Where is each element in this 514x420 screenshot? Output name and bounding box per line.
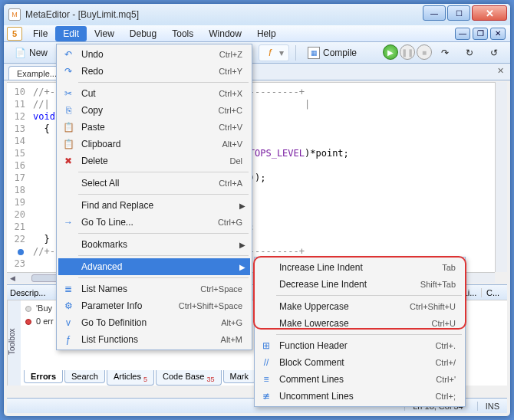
toolbox-side-label[interactable]: Toolbox bbox=[7, 300, 21, 386]
step-into-button[interactable]: ↷ bbox=[433, 44, 456, 61]
menu-item-go-to-definition[interactable]: vGo To DefinitionAlt+G bbox=[58, 314, 250, 331]
bookmarks-icon bbox=[61, 238, 75, 251]
new-icon: 📄 bbox=[14, 47, 26, 59]
menu-item-parameter-info[interactable]: ⚙Parameter InfoCtrl+Shift+Space bbox=[58, 297, 250, 314]
menu-item-block-comment[interactable]: //Block CommentCtrl+/ bbox=[256, 354, 463, 371]
window-title: MetaEditor - [BuyLimit.mq5] bbox=[25, 9, 139, 20]
menu-item-paste[interactable]: 📋PasteCtrl+V bbox=[58, 119, 250, 136]
menu-view[interactable]: View bbox=[87, 26, 122, 41]
find-and-replace-icon bbox=[61, 199, 75, 212]
compile-icon: ▦ bbox=[308, 47, 320, 59]
info-dot-icon bbox=[25, 306, 31, 312]
line-gutter: 1011121314151617181920212223 bbox=[7, 83, 28, 272]
maximize-button[interactable]: ☐ bbox=[447, 5, 470, 21]
menu-item-delete[interactable]: ✖DeleteDel bbox=[58, 153, 250, 169]
step-out-icon: ↺ bbox=[488, 47, 500, 59]
menu-item-make-lowercase[interactable]: Make LowercaseCtrl+U bbox=[256, 315, 463, 332]
step-out-button[interactable]: ↺ bbox=[483, 44, 506, 61]
parameter-info-icon: ⚙ bbox=[61, 299, 75, 313]
redo-icon: ↷ bbox=[61, 64, 75, 78]
stop-button[interactable]: ■ bbox=[417, 44, 432, 60]
menubar: 5 FileEditViewDebugToolsWindowHelp — ❐ ✕ bbox=[4, 25, 510, 42]
tab-close-icon[interactable]: ✕ bbox=[495, 66, 506, 77]
menu-item-redo[interactable]: ↷RedoCtrl+Y bbox=[58, 63, 250, 80]
compile-button[interactable]: ▦Compile bbox=[302, 44, 362, 61]
submenu-arrow-icon: ▶ bbox=[239, 263, 245, 271]
error-dot-icon bbox=[25, 319, 31, 325]
advanced-icon bbox=[61, 260, 75, 274]
app-window: M MetaEditor - [BuyLimit.mq5] — ☐ ✕ 5 Fi… bbox=[3, 3, 511, 417]
new-button[interactable]: 📄New bbox=[8, 44, 53, 61]
increase-line-indent-icon bbox=[259, 261, 273, 274]
menu-edit[interactable]: Edit bbox=[55, 26, 87, 41]
menu-item-uncomment-lines[interactable]: ≢Uncomment LinesCtrl+; bbox=[256, 388, 463, 405]
vertical-scrollbar[interactable] bbox=[495, 82, 507, 272]
list-functions-icon: ƒ bbox=[61, 333, 75, 346]
menu-item-copy[interactable]: ⎘CopyCtrl+C bbox=[58, 102, 250, 119]
toolbox-tab-code-base[interactable]: Code Base 35 bbox=[156, 370, 222, 386]
menu-item-decrease-line-indent[interactable]: Decrease Line IndentShift+Tab bbox=[256, 276, 463, 293]
make-lowercase-icon bbox=[259, 317, 273, 330]
decrease-line-indent-icon bbox=[259, 277, 273, 291]
copy-icon: ⎘ bbox=[61, 103, 75, 117]
menu-item-comment-lines[interactable]: ≡Comment LinesCtrl+' bbox=[256, 371, 463, 388]
menu-help[interactable]: Help bbox=[249, 26, 284, 41]
scroll-left-icon[interactable]: ◀ bbox=[7, 274, 18, 283]
logo-icon: 5 bbox=[7, 27, 22, 41]
toolbox-col-column[interactable]: C... bbox=[481, 288, 504, 297]
menu-item-select-all[interactable]: Select AllCtrl+A bbox=[58, 175, 250, 192]
undo-icon: ↶ bbox=[61, 48, 75, 61]
toolbox-tab-errors[interactable]: Errors bbox=[24, 370, 63, 383]
menu-window[interactable]: Window bbox=[201, 26, 249, 41]
menu-item-undo[interactable]: ↶UndoCtrl+Z bbox=[58, 46, 250, 63]
function-header-icon: ⊞ bbox=[259, 339, 273, 353]
mdi-minimize-button[interactable]: — bbox=[455, 28, 470, 40]
uncomment-lines-icon: ≢ bbox=[259, 389, 273, 403]
fx-button[interactable]: f▾ bbox=[259, 44, 289, 61]
menu-tools[interactable]: Tools bbox=[164, 26, 201, 41]
menu-item-advanced[interactable]: Advanced▶ bbox=[58, 258, 250, 275]
delete-icon: ✖ bbox=[61, 154, 75, 168]
list-names-icon: ≣ bbox=[61, 282, 75, 296]
toolbox-tab-search[interactable]: Search bbox=[64, 370, 105, 383]
run-button[interactable]: ▶ bbox=[383, 44, 398, 60]
titlebar: M MetaEditor - [BuyLimit.mq5] — ☐ ✕ bbox=[4, 4, 510, 25]
menu-item-bookmarks[interactable]: Bookmarks▶ bbox=[58, 236, 250, 253]
submenu-arrow-icon: ▶ bbox=[239, 202, 245, 210]
app-icon: M bbox=[8, 8, 21, 21]
mdi-restore-button[interactable]: ❐ bbox=[473, 28, 488, 40]
step-over-button[interactable]: ↻ bbox=[458, 44, 481, 61]
advanced-submenu: Increase Line IndentTabDecrease Line Ind… bbox=[254, 257, 466, 407]
menu-item-function-header[interactable]: ⊞Function HeaderCtrl+. bbox=[256, 337, 463, 354]
menu-item-make-uppercase[interactable]: Make UppercaseCtrl+Shift+U bbox=[256, 298, 463, 315]
go-to-line--icon: → bbox=[61, 215, 75, 229]
pause-button[interactable]: ❚❚ bbox=[400, 44, 415, 60]
toolbox-tab-articles[interactable]: Articles 5 bbox=[107, 370, 154, 386]
go-to-definition-icon: v bbox=[61, 316, 75, 330]
step-over-icon: ↻ bbox=[463, 47, 476, 59]
close-button[interactable]: ✕ bbox=[472, 5, 507, 21]
menu-item-find-and-replace[interactable]: Find and Replace▶ bbox=[58, 197, 250, 214]
fx-icon: f bbox=[264, 47, 276, 59]
select-all-icon bbox=[61, 176, 75, 190]
paste-icon: 📋 bbox=[61, 120, 75, 134]
menu-item-cut[interactable]: ✂CutCtrl+X bbox=[58, 85, 250, 102]
step-into-icon: ↷ bbox=[439, 47, 451, 59]
make-uppercase-icon bbox=[259, 300, 273, 313]
menu-item-list-names[interactable]: ≣List NamesCtrl+Space bbox=[58, 281, 250, 297]
block-comment-icon: // bbox=[259, 356, 273, 369]
toolbox-tab-mark[interactable]: Mark bbox=[223, 370, 255, 383]
menu-item-increase-line-indent[interactable]: Increase Line IndentTab bbox=[256, 259, 463, 276]
minimize-button[interactable]: — bbox=[423, 5, 446, 21]
edit-menu: ↶UndoCtrl+Z↷RedoCtrl+Y✂CutCtrl+X⎘CopyCtr… bbox=[56, 44, 252, 350]
cut-icon: ✂ bbox=[61, 87, 75, 100]
menu-item-go-to-line-[interactable]: →Go To Line...Ctrl+G bbox=[58, 214, 250, 231]
submenu-arrow-icon: ▶ bbox=[239, 241, 245, 249]
menu-item-clipboard[interactable]: 📋ClipboardAlt+V bbox=[58, 136, 250, 153]
menu-debug[interactable]: Debug bbox=[122, 26, 164, 41]
menu-file[interactable]: File bbox=[25, 26, 55, 41]
comment-lines-icon: ≡ bbox=[259, 372, 273, 386]
mdi-close-button[interactable]: ✕ bbox=[490, 28, 506, 40]
menu-item-list-functions[interactable]: ƒList FunctionsAlt+M bbox=[58, 331, 250, 348]
status-mode: INS bbox=[477, 402, 499, 411]
